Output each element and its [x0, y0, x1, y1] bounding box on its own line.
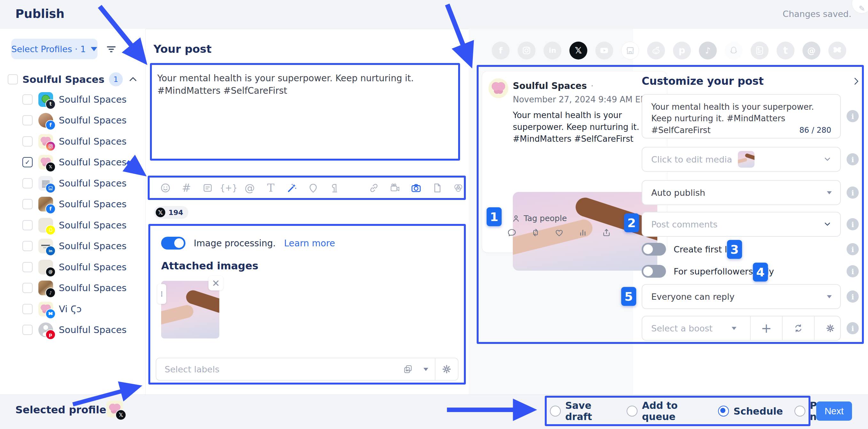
info-icon[interactable]: i [846, 322, 859, 334]
customize-text-field[interactable]: Your mental health is your superpower. K… [642, 94, 841, 139]
profile-checkbox[interactable] [22, 199, 33, 209]
snapchat-icon[interactable] [725, 41, 743, 59]
info-icon[interactable]: i [846, 265, 859, 277]
boost-field[interactable]: Select a boost + [642, 316, 841, 341]
info-icon[interactable]: i [846, 187, 859, 199]
post-comments-field[interactable]: Post comments [642, 212, 841, 237]
location-pin-icon[interactable] [307, 182, 319, 194]
link-icon[interactable] [368, 182, 380, 194]
pinterest-icon[interactable]: p [673, 41, 691, 59]
mastodon-icon[interactable] [751, 41, 769, 59]
media-thumbnail[interactable] [738, 151, 754, 168]
add-boost-button[interactable]: + [756, 316, 776, 340]
labels-settings-gear-icon[interactable] [435, 363, 458, 376]
profile-row[interactable]: @ Soulful Spaces [0, 257, 146, 278]
google-business-icon[interactable] [621, 41, 639, 59]
remove-image-button[interactable]: ✕ [209, 276, 223, 290]
video-icon[interactable] [389, 182, 401, 194]
instagram-icon[interactable] [518, 41, 535, 59]
radio-button[interactable] [795, 406, 805, 417]
tumblr-icon[interactable]: t [777, 41, 795, 59]
collapse-customize-icon[interactable] [851, 76, 863, 88]
profile-row[interactable]: Soulful Spaces [0, 131, 146, 152]
profile-row[interactable]: 𝕏 Soulful Spaces [0, 152, 146, 173]
profile-checkbox[interactable] [22, 241, 33, 251]
profile-checkbox[interactable] [22, 115, 33, 125]
profile-row[interactable]: in Soulful Spaces [0, 236, 146, 257]
labels-field[interactable]: Select labels [156, 358, 459, 381]
like-icon[interactable] [554, 228, 564, 237]
youtube-icon[interactable] [595, 41, 613, 59]
poll-icon[interactable] [202, 182, 214, 194]
info-icon[interactable]: i [846, 153, 859, 165]
facebook-icon[interactable]: f [492, 41, 509, 59]
create-first-like-toggle[interactable] [642, 243, 666, 256]
profile-checkbox[interactable] [22, 178, 33, 189]
profile-row[interactable]: Soulful Spaces [0, 214, 146, 236]
profile-group-header[interactable]: Soulful Spaces 1 [8, 71, 139, 88]
refresh-boost-icon[interactable] [788, 316, 808, 340]
profile-row[interactable]: Vi Ϛɔ [0, 298, 146, 320]
option-add-to-queue[interactable]: Add to queue [627, 400, 707, 422]
info-icon[interactable]: i [846, 218, 859, 230]
info-icon[interactable]: i [846, 110, 859, 122]
profile-checkbox[interactable] [22, 262, 33, 272]
retweet-icon[interactable] [531, 228, 540, 237]
profile-checkbox[interactable] [22, 304, 33, 314]
tag-people-button[interactable]: Tag people [512, 214, 567, 223]
media-library-icon[interactable] [452, 182, 464, 194]
ai-wand-icon[interactable] [286, 182, 298, 194]
group-checkbox[interactable] [8, 74, 18, 84]
document-icon[interactable] [431, 182, 443, 194]
mention-icon[interactable]: @ [244, 182, 256, 194]
radio-button[interactable] [718, 406, 729, 417]
reply-setting-dropdown[interactable]: Everyone can reply [642, 284, 841, 309]
collapse-sidebar-icon[interactable]: ‹ [125, 41, 140, 55]
reddit-icon[interactable] [647, 41, 665, 59]
text-format-icon[interactable]: T [265, 182, 277, 194]
auto-publish-dropdown[interactable]: Auto publish [642, 180, 841, 205]
profile-checkbox[interactable] [22, 220, 33, 230]
signature-icon[interactable] [328, 182, 340, 194]
filter-icon[interactable] [104, 42, 118, 56]
radio-button[interactable] [627, 406, 638, 417]
bluesky-icon[interactable] [828, 41, 846, 59]
emoji-icon[interactable] [159, 182, 172, 194]
radio-button[interactable] [550, 406, 561, 417]
profile-checkbox[interactable] [22, 283, 33, 293]
superfollowers-toggle[interactable] [642, 265, 666, 278]
next-button[interactable]: Next [816, 401, 852, 421]
share-icon[interactable] [602, 228, 611, 237]
labels-dropdown-caret[interactable] [417, 363, 435, 376]
labels-copy-icon[interactable] [399, 363, 417, 376]
hashtag-icon[interactable]: # [180, 182, 192, 194]
profile-row[interactable]: f Soulful Spaces [0, 194, 146, 215]
tiktok-icon[interactable]: ♪ [699, 41, 717, 59]
post-textarea[interactable]: Your mental health is your superpower. K… [157, 72, 452, 97]
profile-checkbox[interactable] [22, 157, 33, 167]
image-menu-handle[interactable] [157, 284, 166, 304]
option-save-draft[interactable]: Save draft [550, 400, 615, 422]
profile-row[interactable]: f Soulful Spaces [0, 110, 146, 131]
profile-row[interactable]: ♪ Soulful Spaces [0, 278, 146, 299]
variables-icon[interactable]: {+} [222, 182, 235, 194]
learn-more-link[interactable]: Learn more [284, 238, 335, 249]
boost-settings-gear-icon[interactable] [820, 316, 840, 340]
comment-icon[interactable] [507, 228, 517, 237]
profile-row[interactable]: Soulful Spaces [0, 173, 146, 194]
select-profiles-dropdown[interactable]: Select Profiles · 1 [11, 39, 97, 59]
camera-icon[interactable] [410, 182, 422, 194]
profile-checkbox[interactable] [22, 325, 33, 335]
option-schedule[interactable]: Schedule [718, 406, 783, 417]
profile-row[interactable]: t Soulful Spaces [0, 89, 146, 110]
threads-icon[interactable]: @ [802, 41, 820, 59]
linkedin-icon[interactable]: in [544, 41, 561, 59]
x-icon[interactable]: 𝕏 [569, 41, 587, 59]
chevron-up-icon[interactable] [127, 74, 139, 85]
profile-row[interactable]: p Soulful Spaces [0, 320, 146, 341]
image-processing-toggle[interactable] [161, 237, 185, 250]
stats-icon[interactable] [578, 228, 588, 237]
info-icon[interactable]: i [846, 290, 859, 303]
profile-checkbox[interactable] [22, 94, 33, 105]
edit-media-field[interactable]: Click to edit media [642, 147, 841, 172]
